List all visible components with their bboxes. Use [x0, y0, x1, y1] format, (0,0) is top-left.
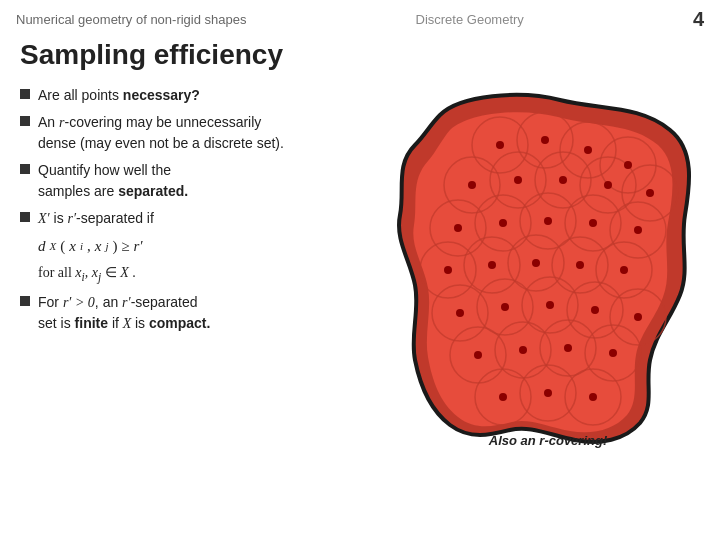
bullet-5: For r′ > 0, an r′-separated set is finit… — [20, 292, 350, 334]
bold-separated: separated. — [118, 183, 188, 199]
content-area: Are all points necessary? An r-covering … — [20, 85, 700, 455]
dot-19 — [620, 266, 628, 274]
dot-24 — [634, 313, 642, 321]
bullet-text-1: Are all points necessary? — [38, 85, 350, 106]
dot-15 — [444, 266, 452, 274]
for-all-line: for all xi, xj ∈ X . — [38, 262, 350, 286]
dot-1 — [496, 141, 504, 149]
bullet-4: X′ is r′-separated if — [20, 208, 350, 229]
dot-4 — [624, 161, 632, 169]
dot-21 — [501, 303, 509, 311]
formula-sub-j: j — [105, 238, 108, 255]
dot-6 — [514, 176, 522, 184]
dot-23 — [591, 306, 599, 314]
dot-16 — [488, 261, 496, 269]
bullet-square-5 — [20, 296, 30, 306]
dot-2 — [541, 136, 549, 144]
bullet-3: Quantify how well the samples are separa… — [20, 160, 350, 202]
formula-comma: , — [87, 235, 91, 258]
math-X2: X — [123, 316, 135, 331]
dot-26 — [519, 346, 527, 354]
dot-28 — [609, 349, 617, 357]
formula-xi: x — [69, 235, 76, 258]
dot-29 — [499, 393, 507, 401]
dot-18 — [576, 261, 584, 269]
bullet-text-2: An r-covering may be unnecessarily dense… — [38, 112, 350, 154]
bullet-text-4: X′ is r′-separated if — [38, 208, 350, 229]
formula-xj: x — [95, 235, 102, 258]
bullet-square-3 — [20, 164, 30, 174]
bullet-square-4 — [20, 212, 30, 222]
slide-header: Numerical geometry of non-rigid shapes D… — [0, 0, 720, 35]
bullet-text-5: For r′ > 0, an r′-separated set is finit… — [38, 292, 350, 334]
dot-30 — [544, 389, 552, 397]
bullet-1: Are all points necessary? — [20, 85, 350, 106]
dot-14 — [634, 226, 642, 234]
dot-9 — [646, 189, 654, 197]
bold-finite: finite — [75, 315, 108, 331]
math-r: r — [59, 115, 64, 130]
math-xi-xj: xi, xj — [75, 265, 101, 280]
bold-compact: compact. — [149, 315, 210, 331]
bullet-text-3: Quantify how well the samples are separa… — [38, 160, 350, 202]
dot-25 — [474, 351, 482, 359]
slide-content: Sampling efficiency Are all points neces… — [0, 35, 720, 465]
shape-svg: Also an r-covering! — [360, 85, 700, 455]
dot-5 — [468, 181, 476, 189]
dot-11 — [499, 219, 507, 227]
bullet-2: An r-covering may be unnecessarily dense… — [20, 112, 350, 154]
dot-10 — [454, 224, 462, 232]
formula-sub-x: X — [50, 238, 57, 255]
math-rprime: r′ — [68, 211, 77, 226]
formula-rprime2: r′ — [133, 235, 142, 258]
page-number: 4 — [693, 8, 704, 31]
bullet-square-1 — [20, 89, 30, 99]
math-rprime4: r′ — [122, 295, 131, 310]
dot-13 — [589, 219, 597, 227]
dot-8 — [604, 181, 612, 189]
header-left-label: Numerical geometry of non-rigid shapes — [16, 12, 247, 27]
dot-27 — [564, 344, 572, 352]
math-rprime3: r′ > 0 — [63, 295, 95, 310]
dot-3 — [584, 146, 592, 154]
dot-12 — [544, 217, 552, 225]
bold-necessary: necessary? — [123, 87, 200, 103]
image-column: Also an r-covering! — [360, 85, 700, 455]
dot-20 — [456, 309, 464, 317]
formula-dx: d — [38, 235, 46, 258]
dot-7 — [559, 176, 567, 184]
formula-block: dX(xi, xj) ≥ r′ — [38, 235, 350, 258]
dot-17 — [532, 259, 540, 267]
formula-paren-close: ) ≥ — [112, 235, 129, 258]
formula-paren-open: ( — [60, 235, 65, 258]
formula-sub-i: i — [80, 238, 83, 255]
bottom-note-text: Also an r-covering! — [488, 433, 608, 448]
math-xprime: X′ — [38, 211, 50, 226]
bullet-square-2 — [20, 116, 30, 126]
dot-31 — [589, 393, 597, 401]
text-column: Are all points necessary? An r-covering … — [20, 85, 350, 455]
slide-title: Sampling efficiency — [20, 39, 700, 71]
dot-22 — [546, 301, 554, 309]
header-center-label: Discrete Geometry — [416, 12, 524, 27]
math-X: X — [120, 265, 129, 280]
